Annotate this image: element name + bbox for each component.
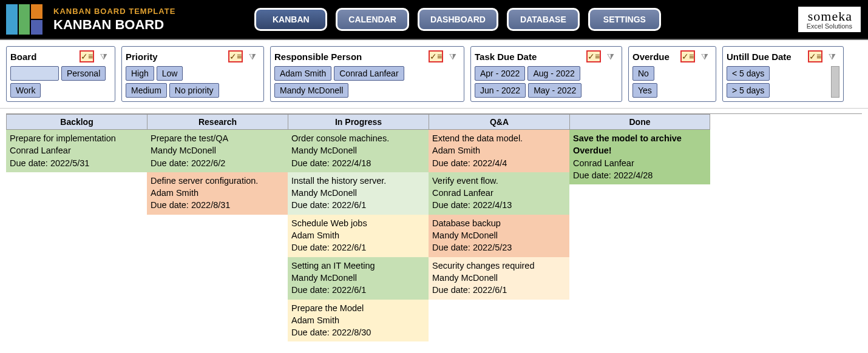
multiselect-icon[interactable]: ✓≡: [680, 50, 695, 62]
slicer-chip[interactable]: Yes: [632, 83, 657, 98]
top-bar: KANBAN BOARD TEMPLATE KANBAN BOARD KANBA…: [0, 0, 868, 40]
column-header: Q&A: [429, 114, 569, 130]
kanban-board: BacklogPrepare for implementationConrad …: [6, 113, 862, 341]
card-title: Schedule Web jobs: [291, 217, 425, 229]
nav-calendar[interactable]: CALENDAR: [336, 8, 409, 31]
clear-filter-icon[interactable]: ⧩: [245, 50, 260, 62]
slicer-chip[interactable]: No: [632, 66, 654, 81]
brand-subtitle: Excel Solutions: [807, 23, 852, 30]
kanban-card[interactable]: Schedule Web jobsAdam SmithDue date: 202…: [288, 215, 429, 257]
card-due: Due date: 2022/6/2: [151, 157, 284, 169]
slicer-title: Task Due Date: [475, 52, 537, 62]
card-title: Verify event flow.: [432, 175, 566, 187]
column-header: Backlog: [6, 114, 147, 130]
kanban-card[interactable]: Extend the data model.Adam SmithDue date…: [429, 130, 569, 172]
kanban-card[interactable]: Security changes requiredMandy McDonellD…: [429, 257, 569, 300]
clear-filter-icon[interactable]: ⧩: [97, 50, 111, 62]
card-person: Mandy McDonell: [291, 187, 425, 199]
card-title: Save the model to archive Overdue!: [573, 132, 707, 157]
slicer-chip[interactable]: [10, 66, 59, 81]
clear-filter-icon[interactable]: ⧩: [697, 50, 712, 62]
board-wrap: BacklogPrepare for implementationConrad …: [0, 109, 868, 346]
column-done: DoneSave the model to archive Overdue!Co…: [569, 114, 710, 341]
card-person: Mandy McDonell: [432, 229, 566, 241]
card-title: Order console machines.: [291, 132, 425, 144]
card-person: Adam Smith: [291, 314, 425, 326]
slicer-scrollbar[interactable]: [831, 66, 839, 98]
card-title: Prepare the Model: [291, 302, 425, 314]
kanban-card[interactable]: Install the history server.Mandy McDonel…: [288, 172, 429, 215]
card-due: Due date: 2022/4/13: [432, 199, 566, 211]
multiselect-icon[interactable]: ✓≡: [228, 50, 243, 62]
slicer-title: Responsible Person: [274, 52, 362, 62]
slicer-chip[interactable]: Medium: [126, 83, 167, 98]
multiselect-icon[interactable]: ✓≡: [586, 50, 601, 62]
slicer-title: Priority: [126, 52, 158, 62]
slicer-responsible-person: Responsible Person✓≡⧩Adam SmithConrad La…: [270, 46, 464, 102]
card-due: Due date: 2022/4/18: [291, 157, 425, 169]
card-title: Database backup: [432, 217, 566, 229]
card-person: Conrad Lanfear: [432, 187, 566, 199]
nav-tabs: KANBANCALENDARDASHBOARDDATABASESETTINGS: [254, 8, 661, 31]
column-header: Research: [147, 114, 288, 130]
card-due: Due date: 2022/6/1: [291, 199, 425, 211]
slicer-chip[interactable]: High: [126, 66, 154, 81]
slicer-chip[interactable]: < 5 days: [727, 66, 770, 81]
column-q-a: Q&AExtend the data model.Adam SmithDue d…: [429, 114, 569, 341]
slicer-overdue: Overdue✓≡⧩NoYes: [628, 46, 716, 102]
clear-filter-icon[interactable]: ⧩: [603, 50, 618, 62]
card-due: Due date: 2022/8/30: [291, 326, 425, 338]
card-due: Due date: 2022/6/1: [432, 284, 566, 296]
card-title: Prepare the test/QA: [151, 132, 284, 144]
nav-dashboard[interactable]: DASHBOARD: [418, 8, 498, 31]
nav-database[interactable]: DATABASE: [507, 8, 580, 31]
kanban-card[interactable]: Define server configuration.Adam SmithDu…: [147, 172, 288, 215]
column-in-progress: In ProgressOrder console machines.Mandy …: [288, 114, 429, 341]
kanban-card[interactable]: Database backupMandy McDonellDue date: 2…: [429, 215, 569, 257]
clear-filter-icon[interactable]: ⧩: [446, 50, 460, 62]
slicer-chip[interactable]: No priority: [169, 83, 219, 98]
slicer-chip[interactable]: Low: [157, 66, 183, 81]
card-title: Install the history server.: [291, 175, 425, 187]
kanban-card[interactable]: Prepare the ModelAdam SmithDue date: 202…: [288, 300, 429, 342]
clear-filter-icon[interactable]: ⧩: [825, 50, 839, 62]
column-research: ResearchPrepare the test/QAMandy McDonel…: [147, 114, 288, 341]
title-block: KANBAN BOARD TEMPLATE KANBAN BOARD: [53, 7, 175, 33]
slicer-board: Board✓≡⧩PersonalWork: [6, 46, 115, 102]
slicer-chip[interactable]: Aug - 2022: [527, 66, 580, 81]
card-title: Extend the data model.: [432, 132, 566, 144]
nav-settings[interactable]: SETTINGS: [588, 8, 661, 31]
kanban-card[interactable]: Save the model to archive Overdue!Conrad…: [569, 130, 710, 184]
kanban-card[interactable]: Verify event flow.Conrad LanfearDue date…: [429, 172, 569, 215]
multiselect-icon[interactable]: ✓≡: [429, 50, 443, 62]
slicer-chip[interactable]: Jun - 2022: [475, 83, 526, 98]
card-person: Mandy McDonell: [432, 272, 566, 284]
slicer-chip[interactable]: Conrad Lanfear: [334, 66, 404, 81]
kanban-card[interactable]: Order console machines.Mandy McDonellDue…: [288, 130, 429, 172]
multiselect-icon[interactable]: ✓≡: [80, 50, 94, 62]
brand-name: someka: [807, 9, 852, 23]
kanban-card[interactable]: Prepare the test/QAMandy McDonellDue dat…: [147, 130, 288, 172]
slicer-title: Board: [10, 52, 36, 62]
multiselect-icon[interactable]: ✓≡: [808, 50, 822, 62]
card-title: Define server configuration.: [151, 175, 284, 187]
template-name: KANBAN BOARD TEMPLATE: [53, 7, 175, 16]
column-backlog: BacklogPrepare for implementationConrad …: [6, 114, 147, 341]
nav-kanban[interactable]: KANBAN: [254, 8, 327, 31]
slicer-chip[interactable]: Apr - 2022: [475, 66, 525, 81]
card-title: Security changes required: [432, 260, 566, 272]
slicer-chip[interactable]: Personal: [61, 66, 106, 81]
slicer-chip[interactable]: Mandy McDonell: [274, 83, 348, 98]
card-person: Conrad Lanfear: [573, 157, 707, 169]
slicer-chip[interactable]: Work: [10, 83, 41, 98]
kanban-card[interactable]: Prepare for implementationConrad Lanfear…: [6, 130, 147, 172]
card-due: Due date: 2022/5/31: [10, 157, 143, 169]
card-due: Due date: 2022/4/4: [432, 157, 566, 169]
slicer-chip[interactable]: May - 2022: [528, 83, 581, 98]
card-due: Due date: 2022/6/1: [291, 284, 425, 296]
slicer-chip[interactable]: > 5 days: [727, 83, 770, 98]
kanban-card[interactable]: Setting an IT MeetingMandy McDonellDue d…: [288, 257, 429, 300]
card-person: Mandy McDonell: [151, 144, 284, 156]
slicer-chip[interactable]: Adam Smith: [274, 66, 331, 81]
card-person: Mandy McDonell: [291, 144, 425, 156]
